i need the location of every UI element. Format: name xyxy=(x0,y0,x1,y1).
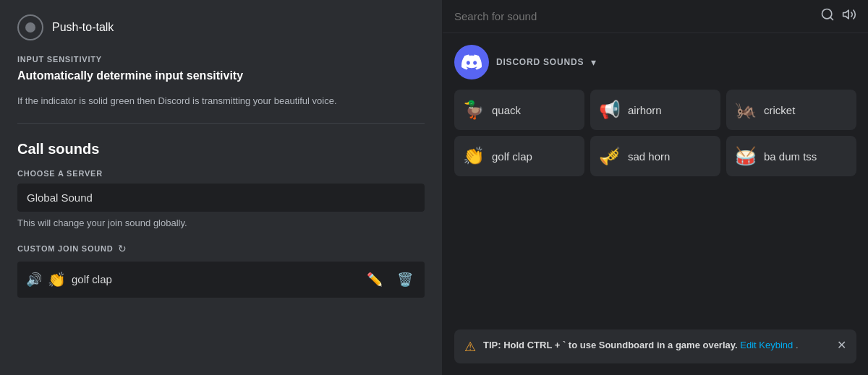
sensitivity-desc: If the indicator is solid green then Dis… xyxy=(17,94,425,124)
sensitivity-title: Automatically determine input sensitivit… xyxy=(17,69,425,82)
server-select[interactable]: Global Sound xyxy=(17,184,425,212)
push-to-talk-row[interactable]: Push-to-talk xyxy=(17,14,425,40)
tip-period: . xyxy=(796,340,799,350)
edit-sound-button[interactable]: ✏️ xyxy=(364,269,386,290)
warning-icon: ⚠ xyxy=(464,339,476,355)
sound-emoji: 🎺 xyxy=(599,146,621,166)
sound-emoji: 📢 xyxy=(599,100,621,120)
sound-button-sad-horn[interactable]: 🎺sad horn xyxy=(590,136,720,176)
call-sounds-title: Call sounds xyxy=(17,141,425,158)
search-input[interactable] xyxy=(454,10,813,22)
sounds-grid: 🦆quack📢airhorn🦗cricket👏golf clap🎺sad hor… xyxy=(454,90,856,176)
sounds-content: DISCORD SOUNDS ▾ 🦆quack📢airhorn🦗cricket👏… xyxy=(443,33,868,375)
sound-row-actions: ✏️ 🗑️ xyxy=(364,269,416,290)
sound-row: 🔊 👏 golf clap ✏️ 🗑️ xyxy=(17,262,425,298)
sound-label: quack xyxy=(492,104,521,116)
sound-label: ba dum tss xyxy=(764,150,817,163)
sound-emoji: 🦗 xyxy=(735,100,757,120)
search-icon[interactable] xyxy=(820,7,835,25)
sound-emoji: 👏 xyxy=(463,146,485,166)
sound-button-ba-dum-tss[interactable]: 🥁ba dum tss xyxy=(726,136,856,176)
sound-button-quack[interactable]: 🦆quack xyxy=(454,90,584,130)
right-panel: DISCORD SOUNDS ▾ 🦆quack📢airhorn🦗cricket👏… xyxy=(443,0,868,375)
sound-label: cricket xyxy=(764,104,795,116)
tip-strong: TIP: Hold CTRL + ` to use Soundboard in … xyxy=(483,340,740,350)
sound-button-golf-clap[interactable]: 👏golf clap xyxy=(454,136,584,176)
svg-line-1 xyxy=(830,17,833,20)
search-bar xyxy=(443,0,868,33)
tip-banner: ⚠ TIP: Hold CTRL + ` to use Soundboard i… xyxy=(454,329,856,363)
sound-row-left: 🔊 👏 golf clap xyxy=(26,271,357,288)
sound-label: sad horn xyxy=(628,150,670,163)
volume-icon: 🔊 xyxy=(26,272,42,288)
svg-marker-2 xyxy=(843,10,849,19)
sound-button-cricket[interactable]: 🦗cricket xyxy=(726,90,856,130)
delete-sound-button[interactable]: 🗑️ xyxy=(394,269,416,290)
sound-label: golf clap xyxy=(492,150,532,163)
custom-join-label: CUSTOM JOIN SOUND xyxy=(17,244,114,253)
ptt-circle-inner xyxy=(25,22,35,33)
discord-sounds-header: DISCORD SOUNDS ▾ xyxy=(454,45,856,79)
choose-server-label: CHOOSE A SERVER xyxy=(17,169,425,178)
close-button[interactable]: ✕ xyxy=(837,338,846,352)
server-hint: This will change your join sound globall… xyxy=(17,217,425,228)
chevron-down-icon[interactable]: ▾ xyxy=(591,56,596,68)
push-to-talk-label: Push-to-talk xyxy=(52,21,114,34)
left-panel: Push-to-talk INPUT SENSITIVITY Automatic… xyxy=(0,0,443,375)
tip-text: TIP: Hold CTRL + ` to use Soundboard in … xyxy=(483,338,830,353)
sound-name: golf clap xyxy=(72,273,112,285)
input-sensitivity-label: INPUT SENSITIVITY xyxy=(17,55,425,64)
discord-sounds-label: DISCORD SOUNDS xyxy=(496,57,584,67)
refresh-icon[interactable]: ↻ xyxy=(118,243,127,254)
sound-emoji: 🥁 xyxy=(735,146,757,166)
sound-button-airhorn[interactable]: 📢airhorn xyxy=(590,90,720,130)
ptt-circle xyxy=(17,14,43,40)
volume-icon[interactable] xyxy=(842,7,856,25)
edit-keybind-link[interactable]: Edit Keybind xyxy=(740,340,793,350)
sound-emoji: 🦆 xyxy=(463,100,485,120)
sound-label: airhorn xyxy=(628,104,662,116)
discord-logo xyxy=(454,45,489,79)
custom-join-row: CUSTOM JOIN SOUND ↻ xyxy=(17,243,425,254)
sound-emoji: 👏 xyxy=(48,271,66,288)
